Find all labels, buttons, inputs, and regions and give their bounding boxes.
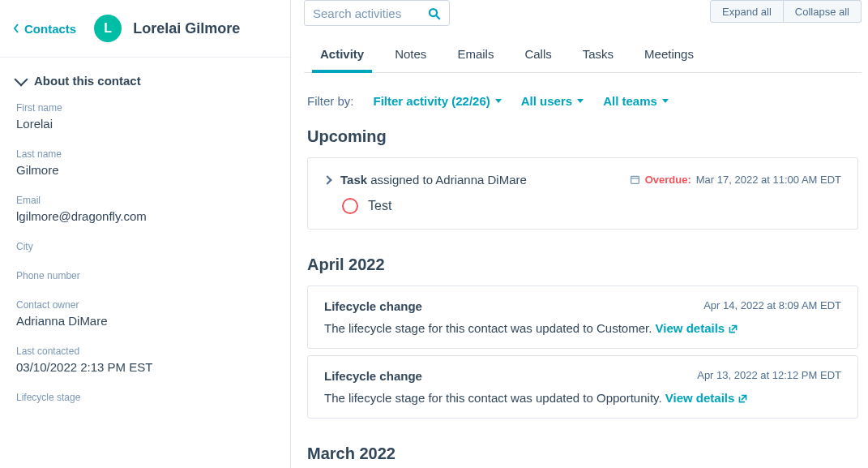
task-name: Test (368, 199, 391, 213)
last-name-field[interactable]: Last name Gilmore (16, 148, 274, 177)
field-label: Phone number (16, 270, 274, 281)
external-link-icon (728, 324, 738, 334)
avatar[interactable]: L (94, 15, 122, 42)
external-link-icon (738, 393, 748, 404)
field-label: Contact owner (16, 299, 274, 311)
activity-tabs: Activity Notes Emails Calls Tasks Meetin… (304, 37, 862, 73)
task-card-header: Task assigned to Adrianna DiMare Overdue… (324, 173, 841, 187)
field-value: 03/10/2022 2:13 PM EST (16, 360, 274, 374)
svg-rect-2 (631, 176, 639, 183)
filter-users-dropdown[interactable]: All users (521, 94, 584, 108)
view-details-link[interactable]: View details (665, 391, 749, 405)
field-label: Last contacted (16, 346, 274, 357)
caret-down-icon (577, 99, 584, 103)
section-upcoming: Upcoming (304, 124, 862, 157)
svg-line-1 (436, 15, 440, 19)
field-label: First name (16, 102, 274, 114)
back-label: Contacts (24, 22, 76, 36)
about-header[interactable]: About this contact (16, 74, 274, 88)
task-body: Test (342, 198, 841, 214)
expand-collapse-group: Expand all Collapse all (710, 0, 862, 23)
main-panel: Expand all Collapse all Activity Notes E… (291, 0, 868, 468)
svg-point-0 (430, 9, 437, 16)
calendar-icon (630, 174, 640, 185)
sidebar: Contacts L Lorelai Gilmore About this co… (0, 0, 291, 468)
field-label: Email (16, 195, 274, 206)
view-details-link[interactable]: View details (656, 321, 739, 335)
first-name-field[interactable]: First name Lorelai (16, 102, 274, 131)
lifecycle-field[interactable]: Lifecycle stage (16, 392, 274, 403)
field-label: Last name (16, 148, 274, 160)
filter-by-label: Filter by: (307, 94, 354, 108)
lifecycle-card[interactable]: Lifecycle change Apr 13, 2022 at 12:12 P… (307, 355, 858, 419)
tab-notes[interactable]: Notes (395, 37, 426, 72)
expand-all-button[interactable]: Expand all (710, 0, 784, 23)
about-section: About this contact First name Lorelai La… (0, 58, 290, 437)
lifecycle-body: The lifecycle stage for this contact was… (324, 391, 841, 405)
tab-meetings[interactable]: Meetings (644, 37, 694, 72)
owner-field[interactable]: Contact owner Adrianna DiMare (16, 299, 274, 328)
task-overdue: Overdue: Mar 17, 2022 at 11:00 AM EDT (630, 174, 841, 186)
chevron-left-icon (13, 24, 19, 33)
tab-activity[interactable]: Activity (320, 37, 364, 72)
city-field[interactable]: City (16, 241, 274, 252)
search-wrap (304, 0, 450, 26)
contact-name: Lorelai Gilmore (133, 20, 240, 37)
caret-down-icon (662, 99, 669, 103)
search-icon[interactable] (427, 6, 442, 21)
tab-calls[interactable]: Calls (524, 37, 551, 72)
lifecycle-body: The lifecycle stage for this contact was… (324, 321, 841, 335)
chevron-right-icon[interactable] (323, 175, 331, 184)
field-label: Lifecycle stage (16, 392, 274, 403)
task-complete-toggle[interactable] (342, 198, 358, 214)
last-contacted-field[interactable]: Last contacted 03/10/2022 2:13 PM EST (16, 346, 274, 374)
field-value: Lorelai (16, 117, 274, 131)
field-value: Gilmore (16, 163, 274, 177)
phone-field[interactable]: Phone number (16, 270, 274, 281)
contact-header: Contacts L Lorelai Gilmore (0, 0, 290, 57)
collapse-all-button[interactable]: Collapse all (784, 0, 862, 23)
tab-emails[interactable]: Emails (457, 37, 494, 72)
caret-down-icon (495, 99, 502, 103)
tab-tasks[interactable]: Tasks (583, 37, 614, 72)
filter-activity-dropdown[interactable]: Filter activity (22/26) (374, 94, 502, 108)
chevron-down-icon (15, 72, 28, 86)
field-value: Adrianna DiMare (16, 314, 274, 328)
lifecycle-card[interactable]: Lifecycle change Apr 14, 2022 at 8:09 AM… (307, 286, 858, 349)
field-value: lgilmore@dragonfly.com (16, 209, 274, 223)
task-card[interactable]: Task assigned to Adrianna DiMare Overdue… (307, 157, 858, 230)
filter-teams-dropdown[interactable]: All teams (603, 94, 669, 108)
back-to-contacts[interactable]: Contacts (13, 22, 76, 36)
section-march: March 2022 (304, 425, 862, 468)
email-field[interactable]: Email lgilmore@dragonfly.com (16, 195, 274, 223)
filter-bar: Filter by: Filter activity (22/26) All u… (304, 73, 862, 124)
section-april: April 2022 (304, 236, 862, 286)
task-summary: Task assigned to Adrianna DiMare (340, 173, 527, 187)
toolbar: Expand all Collapse all (304, 0, 862, 26)
lifecycle-title: Lifecycle change (324, 299, 422, 313)
lifecycle-date: Apr 13, 2022 at 12:12 PM EDT (697, 369, 841, 383)
about-title: About this contact (34, 74, 141, 88)
lifecycle-title: Lifecycle change (324, 369, 422, 383)
lifecycle-date: Apr 14, 2022 at 8:09 AM EDT (703, 299, 841, 313)
field-label: City (16, 241, 274, 252)
